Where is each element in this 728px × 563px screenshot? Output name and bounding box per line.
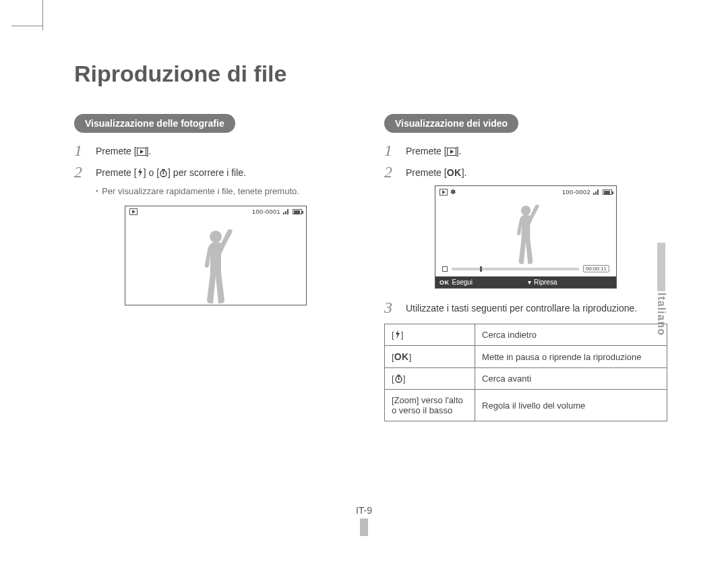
step-text: Premete []. xyxy=(406,142,461,158)
key-cell: [] xyxy=(385,324,475,346)
tab-bar xyxy=(657,243,665,291)
file-counter: 100-0001 xyxy=(252,208,280,215)
section-heading-photos: Visualizzazione delle fotografie xyxy=(74,114,235,133)
timer-icon xyxy=(159,169,168,177)
file-counter: 100-0002 xyxy=(562,189,590,196)
person-silhouette xyxy=(509,203,543,265)
footer-exec-label: Esegui xyxy=(452,278,473,286)
battery-icon xyxy=(293,209,302,214)
page-footer: IT-9 xyxy=(0,505,728,536)
screen-statusbar: 100-0001 xyxy=(125,206,306,217)
step-2-left: 2 Premete [] o [] per scorrere i file. xyxy=(74,164,357,180)
table-row: [] Cerca indietro xyxy=(385,324,667,346)
memory-icon xyxy=(593,189,600,195)
desc-cell: Regola il livello del volume xyxy=(475,390,667,421)
step-text: Premete [OK]. xyxy=(406,164,466,180)
column-photos: Visualizzazione delle fotografie 1 Preme… xyxy=(74,114,357,421)
controls-table: [] Cerca indietro [OK] Mette in pausa o … xyxy=(384,324,667,421)
play-mode-icon xyxy=(129,208,138,215)
svg-point-10 xyxy=(521,206,530,215)
elapsed-time: 00:00:11 xyxy=(583,265,609,272)
desc-cell: Cerca avanti xyxy=(475,368,667,390)
language-tab: Italiano xyxy=(655,243,667,336)
step-2-note: Per visualizzare rapidamente i file, ten… xyxy=(96,185,357,198)
svg-marker-11 xyxy=(396,330,400,339)
corner-rule-top xyxy=(11,26,42,26)
step-text: Premete [] o [] per scorrere i file. xyxy=(96,164,246,180)
screen-footer: OK Esegui ▾ Ripresa xyxy=(435,276,616,288)
svg-point-6 xyxy=(163,173,164,175)
table-row: [Zoom] verso l'alto o verso il basso Reg… xyxy=(385,390,667,421)
step-text: Premete []. xyxy=(96,142,151,158)
screen-progress: 00:00:11 xyxy=(442,265,609,272)
svg-point-15 xyxy=(398,379,399,380)
two-column-layout: Visualizzazione delle fotografie 1 Preme… xyxy=(74,114,667,421)
ok-indicator: OK xyxy=(439,279,450,286)
corner-rule-left xyxy=(42,0,43,30)
key-cell: [] xyxy=(385,368,475,390)
step-text: Utilizzate i tasti seguenti per controll… xyxy=(406,299,637,316)
page-content: Riproduzione di file Visualizzazione del… xyxy=(0,0,728,442)
column-videos: Visualizzazione dei video 1 Premete []. … xyxy=(384,114,667,421)
desc-cell: Cerca indietro xyxy=(475,324,667,346)
down-arrow-icon: ▾ xyxy=(528,278,531,286)
photo-screen-mock: 100-0001 xyxy=(125,206,307,305)
desc-cell: Mette in pausa o riprende la riproduzion… xyxy=(475,346,667,368)
ok-label: OK xyxy=(447,167,462,178)
key-cell: [Zoom] verso l'alto o verso il basso xyxy=(385,390,475,421)
flash-icon xyxy=(137,168,144,177)
person-silhouette xyxy=(195,227,236,305)
video-screen-mock: ✽ 100-0002 00:00:11 xyxy=(435,185,617,289)
flash-icon xyxy=(394,330,401,339)
playback-icon xyxy=(447,148,456,156)
step-1-left: 1 Premete []. xyxy=(74,142,357,158)
page-title: Riproduzione di file xyxy=(74,61,667,87)
step-number: 2 xyxy=(384,164,396,180)
progress-bar xyxy=(452,268,579,270)
page-number: IT-9 xyxy=(0,505,728,516)
svg-marker-1 xyxy=(140,150,144,154)
step-number: 1 xyxy=(74,142,86,158)
step-3-right: 3 Utilizzate i tasti seguenti per contro… xyxy=(384,299,667,316)
svg-marker-9 xyxy=(450,150,454,154)
step-number: 3 xyxy=(384,299,396,316)
footer-rec-label: Ripresa xyxy=(534,278,557,286)
video-mode-icon: ✽ xyxy=(450,188,456,196)
memory-icon xyxy=(283,209,290,214)
table-row: [OK] Mette in pausa o riprende la riprod… xyxy=(385,346,667,368)
svg-marker-2 xyxy=(138,168,142,177)
screen-body xyxy=(435,198,616,265)
section-heading-videos: Visualizzazione dei video xyxy=(384,114,518,133)
page-number-bar xyxy=(360,518,368,536)
timer-icon xyxy=(394,374,403,383)
screen-statusbar: ✽ 100-0002 xyxy=(435,186,616,198)
play-mode-icon xyxy=(439,189,448,196)
step-number: 2 xyxy=(74,164,86,180)
stop-icon xyxy=(442,266,448,272)
step-number: 1 xyxy=(384,142,396,158)
screen-body xyxy=(125,217,306,305)
step-2-right: 2 Premete [OK]. xyxy=(384,164,667,180)
table-row: [] Cerca avanti xyxy=(385,368,667,390)
svg-point-7 xyxy=(210,231,222,243)
language-label: Italiano xyxy=(655,293,667,336)
key-cell: [OK] xyxy=(385,346,475,368)
playback-icon xyxy=(137,148,146,156)
ok-label: OK xyxy=(394,351,409,362)
step-1-right: 1 Premete []. xyxy=(384,142,667,158)
battery-icon xyxy=(603,189,612,195)
